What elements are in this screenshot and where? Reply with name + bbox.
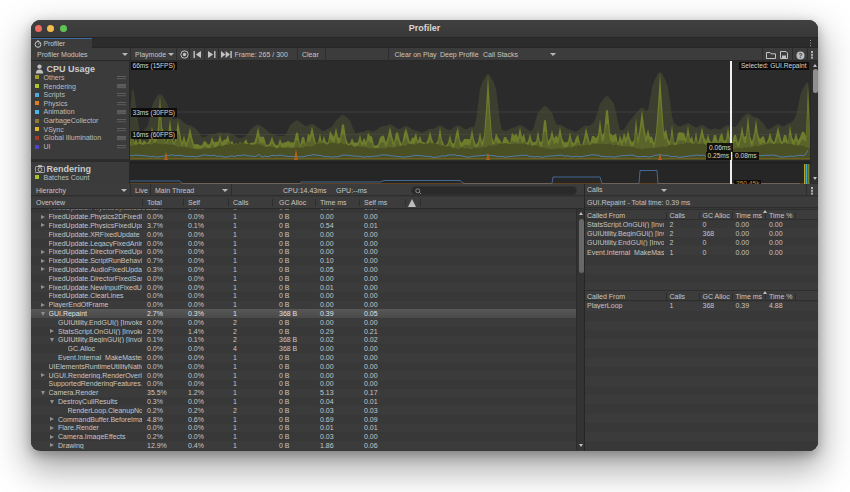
svg-text:?: ? (798, 51, 802, 58)
